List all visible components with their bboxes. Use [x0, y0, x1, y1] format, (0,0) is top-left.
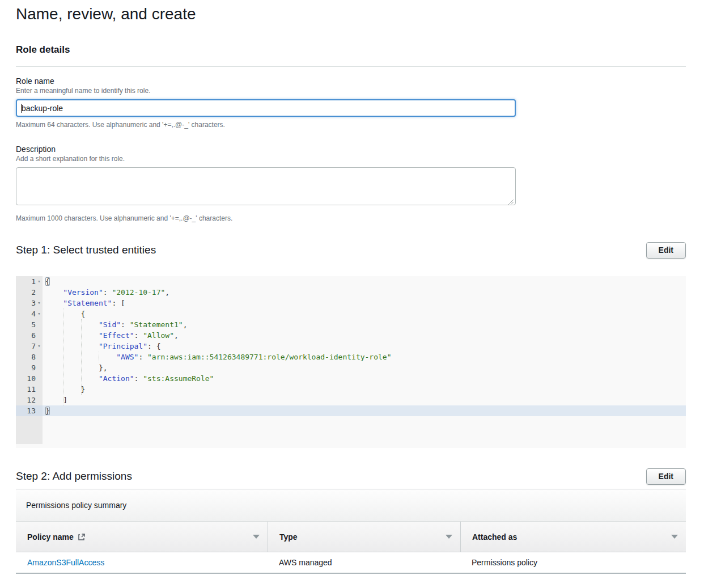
gutter-line: 10 [16, 373, 43, 384]
gutter-line: 13 [16, 405, 43, 416]
policy-name-link[interactable]: AmazonS3FullAccess [27, 558, 104, 567]
code-line: "Action": "sts:AssumeRole" [43, 373, 686, 384]
policy-attached-as-cell: Permissions policy [460, 558, 686, 567]
resize-handle-icon[interactable] [508, 200, 514, 205]
role-name-label: Role name [16, 76, 686, 86]
code-line: "Principal": { [43, 341, 686, 352]
indent-guide [99, 352, 99, 362]
description-label: Description [16, 144, 686, 154]
page-title: Name, review, and create [16, 5, 196, 23]
policy-type-cell: AWS managed [268, 558, 460, 567]
code-line: "Effect": "Allow", [43, 330, 686, 341]
policy-table-body: AmazonS3FullAccessAWS managedPermissions… [16, 552, 686, 574]
code-line: } [43, 405, 686, 416]
section-divider [16, 66, 686, 67]
role-name-field-group: Role name Enter a meaningful name to ide… [16, 76, 686, 129]
gutter-line: 7▾ [16, 341, 43, 352]
gutter-line: 8 [16, 352, 43, 362]
gutter-line: 2 [16, 287, 43, 298]
policy-table-header: Policy name Type Attached as [16, 522, 686, 552]
code-line: "AWS": "arn:aws:iam::541263489771:role/w… [43, 352, 686, 362]
code-line: }, [43, 362, 686, 373]
step1-heading: Step 1: Select trusted entities [16, 244, 156, 256]
permissions-panel: Permissions policy summary Policy name T… [16, 489, 686, 574]
fold-caret-icon[interactable]: ▾ [36, 341, 43, 352]
description-constraint: Maximum 1000 characters. Use alphanumeri… [16, 214, 686, 223]
filter-triangle-icon[interactable] [671, 535, 678, 539]
column-header-policy-name[interactable]: Policy name [16, 522, 268, 552]
table-row: AmazonS3FullAccessAWS managedPermissions… [16, 552, 686, 574]
step2-header: Step 2: Add permissions Edit [16, 468, 686, 485]
gutter-line: 9 [16, 362, 43, 373]
fold-caret-icon[interactable]: ▾ [36, 276, 43, 287]
indent-guide [81, 319, 82, 395]
filter-triangle-icon[interactable] [253, 535, 260, 539]
permissions-panel-title: Permissions policy summary [16, 489, 686, 522]
code-line: "Statement": [ [43, 298, 686, 308]
filter-triangle-icon[interactable] [446, 535, 452, 539]
step1-edit-button[interactable]: Edit [646, 242, 686, 259]
role-name-help: Enter a meaningful name to identify this… [16, 86, 686, 95]
editor-gutter: 1▾23▾4▾567▾8910111213 [16, 276, 43, 444]
gutter-line: 4▾ [16, 308, 43, 319]
code-line: } [43, 384, 686, 395]
column-header-attached-as[interactable]: Attached as [460, 522, 686, 552]
step2-heading: Step 2: Add permissions [16, 470, 132, 483]
step2-edit-button[interactable]: Edit [646, 468, 686, 485]
gutter-line: 11 [16, 384, 43, 395]
code-line: "Version": "2012-10-17", [43, 287, 686, 298]
code-line: ] [43, 395, 686, 405]
description-textarea[interactable] [16, 167, 516, 205]
gutter-line: 1▾ [16, 276, 43, 287]
role-name-input[interactable] [16, 99, 516, 117]
gutter-line: 3▾ [16, 298, 43, 308]
text-caret [21, 104, 22, 113]
editor-code[interactable]: { "Version": "2012-10-17", "Statement": … [43, 276, 686, 448]
code-line: { [43, 276, 686, 287]
trust-policy-editor[interactable]: 1▾23▾4▾567▾8910111213 { "Version": "2012… [16, 276, 686, 448]
gutter-line: 12 [16, 395, 43, 405]
code-line: { [43, 308, 686, 319]
fold-caret-icon[interactable]: ▾ [36, 298, 43, 308]
gutter-line: 6 [16, 330, 43, 341]
description-help: Add a short explanation for this role. [16, 154, 686, 163]
code-line: "Sid": "Statement1", [43, 319, 686, 330]
column-header-type[interactable]: Type [268, 522, 460, 552]
step1-header: Step 1: Select trusted entities Edit [16, 242, 686, 259]
fold-caret-icon[interactable]: ▾ [36, 308, 43, 319]
gutter-line: 5 [16, 319, 43, 330]
indent-guide [63, 308, 63, 405]
role-name-constraint: Maximum 64 characters. Use alphanumeric … [16, 120, 686, 129]
description-field-group: Description Add a short explanation for … [16, 144, 686, 223]
role-details-heading: Role details [16, 44, 70, 56]
external-link-icon [78, 533, 86, 541]
